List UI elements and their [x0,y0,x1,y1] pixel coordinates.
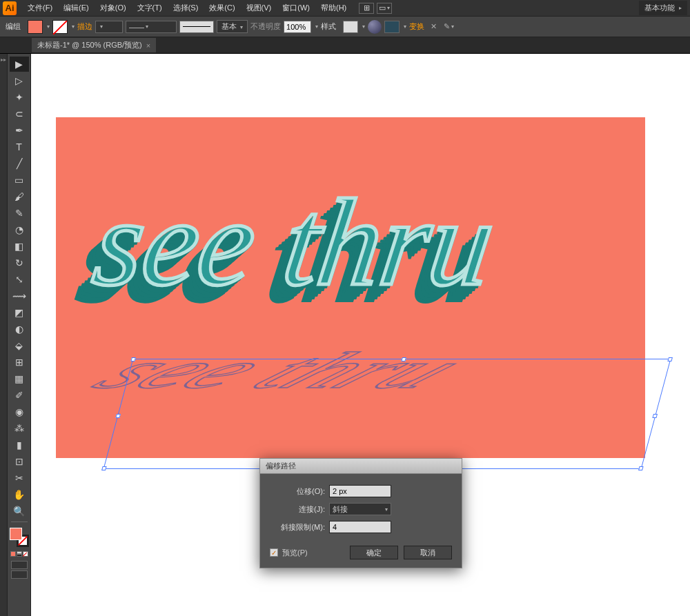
zoom-tool[interactable]: 🔍 [10,504,29,519]
handle-tm[interactable] [401,357,406,361]
gradient-mode[interactable] [17,551,22,557]
tool-divider [11,521,28,522]
join-label: 连接(J): [270,504,325,515]
column-graph-tool[interactable]: ▮ [10,437,29,453]
offset-label: 位移(O): [270,486,325,497]
scale-tool[interactable]: ⤡ [10,272,29,287]
rotate-tool[interactable]: ↻ [10,255,29,270]
recolor-icon[interactable] [368,20,382,34]
mesh-tool[interactable]: ⊞ [10,355,29,370]
color-mode-row [10,551,28,557]
menu-effect[interactable]: 效果(C) [204,1,240,15]
artwork-outline-text: see thru [86,171,502,314]
align-icon[interactable] [384,21,400,33]
tab-title: 未标题-1* @ 150% (RGB/预览) [37,40,142,50]
offset-input[interactable] [329,485,391,497]
cancel-button[interactable]: 取消 [404,546,452,559]
solid-mode[interactable] [10,551,16,557]
app-logo: Ai [3,1,17,15]
handle-bl[interactable] [101,466,107,470]
bridge-icon[interactable]: ⊞ [359,3,374,14]
gradient-tool[interactable]: ▦ [10,371,29,386]
menu-object[interactable]: 对象(O) [95,1,132,15]
menu-bar: Ai 文件(F) 编辑(E) 对象(O) 文字(T) 选择(S) 效果(C) 视… [0,0,690,17]
handle-ml[interactable] [115,414,121,418]
eraser-tool[interactable]: ◧ [10,239,29,254]
free-transform-tool[interactable]: ◩ [10,305,29,320]
document-tab[interactable]: 未标题-1* @ 150% (RGB/预览) × [32,38,156,52]
menu-view[interactable]: 视图(V) [241,1,277,15]
paintbrush-tool[interactable]: 🖌 [10,189,29,204]
isolate-icon[interactable]: ✕ [427,21,440,33]
handle-tr[interactable] [667,357,673,361]
slice-tool[interactable]: ✂ [10,470,29,486]
preview-checkbox[interactable]: ✓ [270,548,278,557]
blob-brush-tool[interactable]: ◔ [10,222,29,237]
rectangle-tool[interactable]: ▭ [10,172,29,188]
line-tool[interactable]: ╱ [10,156,29,171]
artboard-tool[interactable]: ⊡ [10,454,29,469]
miter-input[interactable] [329,521,391,533]
menu-text[interactable]: 文字(T) [132,1,168,15]
style-swatch[interactable] [343,21,358,33]
menu-edit[interactable]: 编辑(E) [58,1,95,15]
magic-wand-tool[interactable]: ✦ [10,90,29,105]
artboard: see thru see thru see thru [56,117,645,458]
transform-link[interactable]: 变换 [409,21,424,32]
handle-tl[interactable] [130,357,136,361]
dialog-title: 偏移路径 [260,459,462,474]
opacity-value[interactable]: 100% [284,21,311,33]
selection-bounds[interactable] [103,359,671,469]
lasso-tool[interactable]: ⊂ [10,106,29,121]
blend-tool[interactable]: ◉ [10,404,29,419]
toolbox: ▶ ▷ ✦ ⊂ ✒ T ╱ ▭ 🖌 ✎ ◔ ◧ ↻ ⤡ ⟿ ◩ ◐ ⬙ ⊞ ▦ … [8,54,31,616]
preview-label[interactable]: 预览(P) [282,548,308,558]
pen-tool[interactable]: ✒ [10,123,29,138]
handle-br[interactable] [638,466,644,470]
fill-swatch[interactable] [28,20,43,34]
perspective-tool[interactable]: ⬙ [10,338,29,353]
fill-stroke-picker[interactable] [10,528,29,547]
selection-tool[interactable]: ▶ [10,57,29,72]
brush-definition[interactable] [179,21,214,33]
type-tool[interactable]: T [10,139,29,155]
menu-window[interactable]: 窗口(W) [277,1,315,15]
stroke-weight[interactable]: ▾ [95,21,123,33]
menu-select[interactable]: 选择(S) [168,1,204,15]
symbol-sprayer-tool[interactable]: ⁂ [10,421,29,436]
pencil-tool[interactable]: ✎ [10,206,29,221]
direct-selection-tool[interactable]: ▷ [10,73,29,88]
eyedropper-tool[interactable]: ✐ [10,388,29,403]
fill-color[interactable] [10,528,22,540]
ok-button[interactable]: 确定 [350,546,398,559]
workspace-switcher[interactable]: 基本功能▸ [639,1,687,15]
stroke-swatch[interactable] [52,20,68,34]
miter-label: 斜接限制(M): [270,522,325,533]
tab-close-icon[interactable]: × [146,41,150,50]
hand-tool[interactable]: ✋ [10,487,29,502]
shape-builder-tool[interactable]: ◐ [10,321,29,337]
style-label[interactable]: 样式 [321,21,336,32]
menu-file[interactable]: 文件(F) [22,1,58,15]
menu-help[interactable]: 帮助(H) [315,1,352,15]
dock-collapse[interactable]: ▸▸ [0,54,8,616]
none-mode[interactable] [23,551,28,557]
brush-basic[interactable]: 基本 ▾ [217,20,248,33]
handle-mr[interactable] [652,414,658,418]
offset-path-dialog: 偏移路径 位移(O): 连接(J): 斜接▾ 斜接限制(M): ✓ 预览(P) … [259,458,462,568]
selection-type-label: 编组 [6,21,21,32]
width-profile[interactable]: —— ▾ [126,21,177,33]
screen-mode[interactable] [11,570,28,579]
opacity-label[interactable]: 不透明度 [250,21,281,32]
draw-mode[interactable] [11,561,28,569]
document-tab-bar: 未标题-1* @ 150% (RGB/预览) × [0,37,690,54]
stroke-link[interactable]: 描边 [77,21,92,32]
arrange-icon[interactable]: ▭▾ [377,3,392,14]
join-select[interactable]: 斜接▾ [329,503,391,515]
control-bar: 编组 ▾ ▾ 描边 ▾ —— ▾ 基本 ▾ 不透明度 100%▾ 样式 ▾ ▾ … [0,17,690,37]
width-tool[interactable]: ⟿ [10,288,29,304]
edit-icon[interactable]: ✎▾ [442,21,455,33]
